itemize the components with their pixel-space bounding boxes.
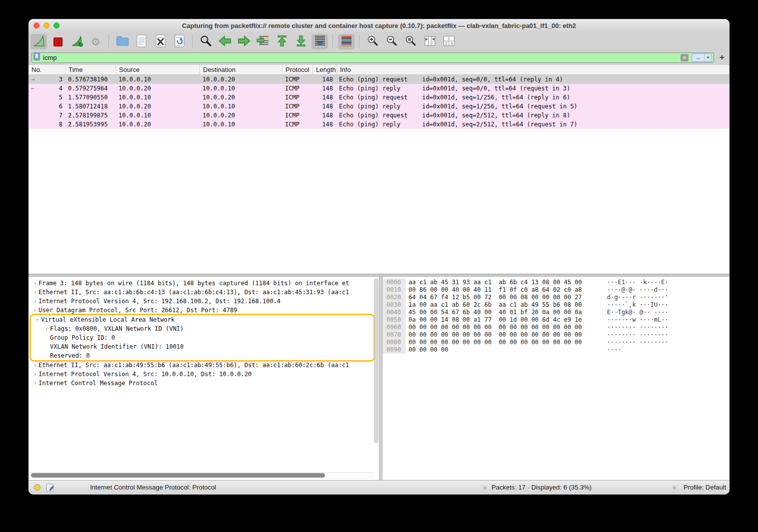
packet-row[interactable]: 8 2.581953995 10.0.0.20 10.0.0.10 ICMP 1… <box>28 120 730 129</box>
expand-chevron-icon[interactable]: › <box>32 371 38 378</box>
column-header[interactable]: Info <box>337 65 730 74</box>
hex-ascii[interactable]: E··Tgk@· @·· ···· <box>582 309 668 316</box>
clear-filter-button[interactable]: ✕ <box>680 54 688 61</box>
hex-row[interactable]: 0000aa c1 ab 45 31 93 aa c1 ab 6b c4 13 … <box>382 279 730 286</box>
next-packet-button[interactable] <box>236 34 252 49</box>
hex-row[interactable]: 009000 00 00 00···· <box>382 346 730 354</box>
go-to-packet-button[interactable] <box>254 34 271 49</box>
capture-options-button[interactable]: ⚙ <box>88 34 104 49</box>
hex-bytes[interactable]: 00 00 00 00 <box>406 346 582 354</box>
packet-row[interactable]: →3 0.576738190 10.0.0.10 10.0.0.20 ICMP … <box>28 75 730 84</box>
colorize-packets-button[interactable] <box>338 34 354 49</box>
auto-scroll-button[interactable] <box>312 34 328 49</box>
detail-row[interactable]: ›VXLAN Network Identifier (VNI): 10010 <box>31 342 374 351</box>
close-file-button[interactable] <box>152 34 168 49</box>
hex-row[interactable]: 004045 00 00 54 67 6b 40 00 40 01 bf 20 … <box>382 309 730 316</box>
expand-chevron-icon[interactable]: › <box>43 325 50 332</box>
find-packet-button[interactable] <box>198 34 214 49</box>
hex-row[interactable]: 00301a 00 aa c1 ab 60 2c 6b aa c1 ab 49 … <box>382 301 730 309</box>
bookmark-icon[interactable] <box>34 52 40 62</box>
detail-row[interactable]: ›Flags: 0x0800, VXLAN Network ID (VNI) <box>31 324 374 333</box>
resize-columns-button[interactable] <box>422 34 438 49</box>
hex-ascii[interactable]: d·g····r ·······' <box>582 294 668 301</box>
details-vertical-scrollbar[interactable] <box>374 278 378 443</box>
column-header[interactable]: Source <box>116 65 200 74</box>
detail-row[interactable]: ›Internet Control Message Protocol <box>28 379 379 388</box>
expand-chevron-icon[interactable]: › <box>32 307 38 314</box>
expand-chevron-icon[interactable]: › <box>32 380 38 387</box>
hex-bytes[interactable]: 64 04 67 f4 12 b5 00 72 00 00 08 00 00 0… <box>406 294 582 301</box>
expand-chevron-icon[interactable]: › <box>32 362 38 369</box>
column-header[interactable]: Length <box>313 65 337 74</box>
profile-selector[interactable]: Profile: Default <box>684 484 726 491</box>
hex-ascii[interactable]: ···E1··· ·k····E· <box>582 279 668 286</box>
packet-row[interactable]: 7 2.578199875 10.0.0.10 10.0.0.20 ICMP 1… <box>28 111 730 120</box>
zoom-out-button[interactable] <box>384 34 400 49</box>
column-header[interactable]: Destination <box>200 65 282 74</box>
apply-filter-button[interactable]: → <box>692 54 704 61</box>
hex-bytes[interactable]: 1a 00 aa c1 ab 60 2c 6b aa c1 ab 49 55 b… <box>406 301 582 309</box>
hex-row[interactable]: 00500a 00 00 14 08 00 a1 77 00 1d 00 00 … <box>382 316 730 324</box>
packet-row[interactable]: 5 1.577090550 10.0.0.10 10.0.0.20 ICMP 1… <box>28 93 730 102</box>
start-capture-button[interactable] <box>30 34 47 49</box>
detail-row[interactable]: ›Frame 3: 148 bytes on wire (1184 bits),… <box>28 279 379 288</box>
save-file-button[interactable] <box>133 34 150 49</box>
hex-row[interactable]: 001000 86 00 00 40 00 40 11 f1 0f c0 a8 … <box>382 286 730 294</box>
layout-chooser-button[interactable]: 123 <box>440 34 457 49</box>
hex-ascii[interactable]: ···· <box>582 346 622 354</box>
hex-row[interactable]: 002064 04 67 f4 12 b5 00 72 00 00 08 00 … <box>382 294 730 301</box>
hex-ascii[interactable]: ····@·@· ····d··· <box>582 286 668 294</box>
column-header[interactable]: Time <box>66 65 116 74</box>
expand-chevron-icon[interactable]: › <box>32 280 38 287</box>
scrollbar-thumb[interactable] <box>31 473 325 478</box>
hex-bytes[interactable]: 00 86 00 00 40 00 40 11 f1 0f c0 a8 64 0… <box>406 286 582 294</box>
reload-file-button[interactable] <box>171 34 188 49</box>
filter-dropdown-caret[interactable]: ▾ <box>704 54 712 61</box>
detail-row[interactable]: ›Group Policy ID: 0 <box>31 333 374 342</box>
detail-row[interactable]: ›Ethernet II, Src: aa:c1:ab:49:55:b6 (aa… <box>28 361 379 370</box>
hex-row[interactable]: 006000 00 00 00 00 00 00 00 00 00 00 00 … <box>382 324 730 331</box>
expand-chevron-icon[interactable]: › <box>34 316 41 323</box>
expand-chevron-icon[interactable]: › <box>32 298 38 305</box>
detail-row[interactable]: ›Virtual eXtensible Local Area Network <box>31 315 374 324</box>
previous-packet-button[interactable] <box>216 34 233 49</box>
expand-chevron-icon[interactable]: › <box>32 289 38 296</box>
hex-bytes[interactable]: 45 00 00 54 67 6b 40 00 40 01 bf 20 0a 0… <box>406 309 582 316</box>
first-packet-button[interactable] <box>274 34 290 49</box>
packet-row[interactable]: 6 1.580712418 10.0.0.20 10.0.0.10 ICMP 1… <box>28 102 730 111</box>
hex-ascii[interactable]: ·······w ····mL·· <box>582 316 668 324</box>
packet-row[interactable]: ←4 0.579275964 10.0.0.20 10.0.0.10 ICMP … <box>28 84 730 93</box>
hex-bytes[interactable]: 00 00 00 00 00 00 00 00 00 00 00 00 00 0… <box>406 331 582 339</box>
hex-row[interactable]: 008000 00 00 00 00 00 00 00 00 00 00 00 … <box>382 339 730 346</box>
display-filter-input[interactable]: icmp ✕ →▾ <box>32 52 714 63</box>
expert-info-icon[interactable] <box>34 484 40 491</box>
stop-capture-button[interactable] <box>50 34 66 49</box>
hex-bytes[interactable]: 00 00 00 00 00 00 00 00 00 00 00 00 00 0… <box>406 339 582 346</box>
add-filter-button[interactable]: + <box>718 52 726 62</box>
column-header[interactable]: Protocol <box>282 65 313 74</box>
hex-ascii[interactable]: ········ ········ <box>582 324 668 331</box>
capture-comment-icon[interactable] <box>46 484 54 493</box>
restart-capture-button[interactable]: ↻ <box>68 34 85 49</box>
detail-row[interactable]: ›Internet Protocol Version 4, Src: 192.1… <box>28 297 379 306</box>
minimize-window-button[interactable] <box>44 22 50 28</box>
hex-ascii[interactable]: ········ ········ <box>582 339 668 346</box>
open-file-button[interactable] <box>114 34 130 49</box>
hex-row[interactable]: 007000 00 00 00 00 00 00 00 00 00 00 00 … <box>382 331 730 339</box>
detail-row[interactable]: ›Reserved: 0 <box>31 351 374 360</box>
detail-row[interactable]: ›Internet Protocol Version 4, Src: 10.0.… <box>28 370 379 379</box>
filter-value[interactable]: icmp <box>43 54 678 61</box>
hex-bytes[interactable]: 00 00 00 00 00 00 00 00 00 00 00 00 00 0… <box>406 324 582 331</box>
close-window-button[interactable] <box>34 22 40 28</box>
zoom-window-button[interactable] <box>54 22 60 28</box>
hex-bytes[interactable]: aa c1 ab 45 31 93 aa c1 ab 6b c4 13 08 0… <box>406 279 582 286</box>
column-header[interactable]: No. <box>28 65 66 74</box>
hex-ascii[interactable]: ········ ········ <box>582 331 668 339</box>
details-horizontal-scrollbar[interactable] <box>30 472 373 479</box>
detail-row[interactable]: ›Ethernet II, Src: aa:c1:ab:6b:c4:13 (aa… <box>28 288 379 297</box>
zoom-in-button[interactable] <box>364 34 381 49</box>
last-packet-button[interactable] <box>292 34 309 49</box>
vertical-splitter[interactable] <box>379 277 382 480</box>
hex-ascii[interactable]: ·····`,k ···IU··· <box>582 301 668 309</box>
zoom-reset-button[interactable] <box>402 34 419 49</box>
